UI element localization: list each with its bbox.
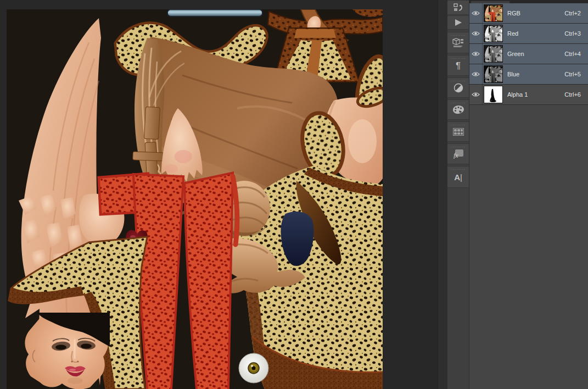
visibility-toggle[interactable] <box>469 3 483 23</box>
texture-art <box>7 9 383 389</box>
dock-color-button[interactable] <box>447 99 469 120</box>
channel-name: Alpha 1 <box>507 91 564 98</box>
svg-text:fx: fx <box>453 152 458 159</box>
eye-icon <box>472 71 480 77</box>
panel-dock-column: ¶ <box>447 0 469 389</box>
metal-bar <box>167 9 262 16</box>
eyeball <box>239 353 268 383</box>
dock-history-button[interactable] <box>447 0 469 15</box>
color-icon <box>452 105 464 114</box>
channels-panel: RGB Ctrl+2 Red Ctrl+3 <box>469 0 588 389</box>
visibility-toggle[interactable] <box>469 44 483 64</box>
styles-icon: fx <box>453 149 464 159</box>
texture-document[interactable] <box>7 9 383 389</box>
swatches-icon <box>453 128 464 136</box>
eye-icon <box>472 10 480 16</box>
dock-character-button[interactable]: A| <box>447 166 469 188</box>
dock-paragraph-button[interactable]: ¶ <box>447 55 469 76</box>
character-icon: A| <box>454 173 462 181</box>
paragraph-icon: ¶ <box>456 61 461 70</box>
channel-row-alpha1[interactable]: Alpha 1 Ctrl+6 <box>469 85 588 105</box>
drag-grip <box>451 169 465 170</box>
texture-canvas[interactable] <box>7 9 383 389</box>
history-icon <box>453 3 464 13</box>
drag-grip <box>451 58 465 59</box>
visibility-toggle[interactable] <box>469 64 483 84</box>
channel-name: Green <box>507 51 564 57</box>
dock-styles-button[interactable]: fx <box>447 143 469 164</box>
eye-icon <box>472 31 480 36</box>
channel-row-green[interactable]: Green Ctrl+4 <box>469 44 588 64</box>
channel-name: RGB <box>507 10 564 16</box>
channel-row-blue[interactable]: Blue Ctrl+5 <box>469 64 588 85</box>
channel-thumbnail-green[interactable] <box>484 45 503 63</box>
channel-thumbnail-red[interactable] <box>484 25 503 42</box>
channel-shortcut: Ctrl+3 <box>564 30 581 37</box>
photoshop-window: { "app": {"name": "Photoshop-style image… <box>0 0 588 389</box>
dock-actions-button[interactable] <box>447 15 469 30</box>
channel-shortcut: Ctrl+5 <box>564 71 581 77</box>
drag-grip <box>451 35 465 36</box>
channel-thumbnail-blue[interactable] <box>484 65 503 83</box>
face <box>25 312 110 389</box>
adjustments-icon <box>453 83 463 93</box>
channel-name: Blue <box>507 71 564 77</box>
channel-thumbnail-alpha[interactable] <box>484 86 503 103</box>
canvas-pasteboard[interactable] <box>0 0 438 389</box>
eye-icon <box>472 92 480 97</box>
channel-row-rgb[interactable]: RGB Ctrl+2 <box>469 3 588 24</box>
channel-shortcut: Ctrl+4 <box>564 51 581 57</box>
dock-adjustments-button[interactable] <box>447 77 469 98</box>
dock-swatches-button[interactable] <box>447 121 469 142</box>
3d-icon <box>452 37 464 48</box>
drag-grip <box>451 80 465 82</box>
channel-list: RGB Ctrl+2 Red Ctrl+3 <box>469 3 588 105</box>
visibility-toggle[interactable] <box>469 24 483 43</box>
channel-row-red[interactable]: Red Ctrl+3 <box>469 24 588 44</box>
panel-dock: ¶ <box>438 0 470 389</box>
drag-grip <box>451 124 465 126</box>
drag-grip <box>451 102 465 104</box>
dock-3d-button[interactable] <box>447 32 469 53</box>
channel-shortcut: Ctrl+6 <box>564 91 581 98</box>
channel-shortcut: Ctrl+2 <box>564 10 581 16</box>
channel-thumbnail-rgb[interactable] <box>484 4 503 22</box>
drag-grip <box>451 146 465 148</box>
channel-name: Red <box>507 30 564 37</box>
eye-icon <box>472 51 480 57</box>
visibility-toggle[interactable] <box>469 85 483 104</box>
actions-icon <box>454 19 463 26</box>
